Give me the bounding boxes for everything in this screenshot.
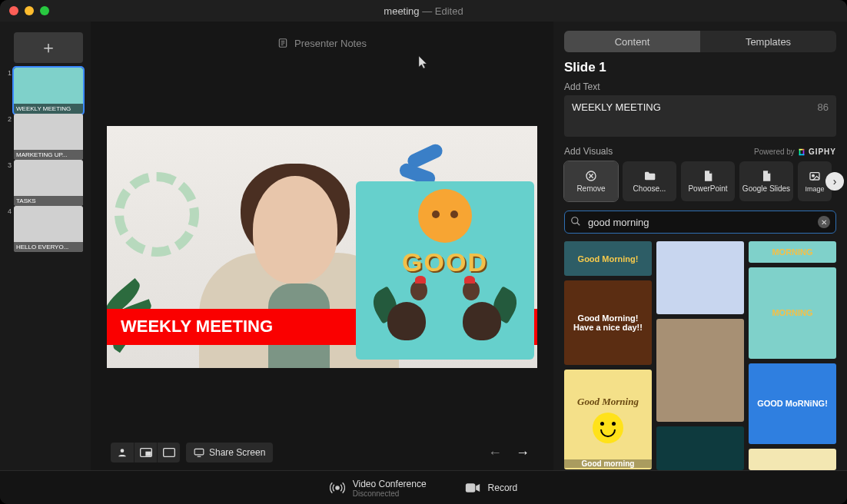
presenter-notes-label: Presenter Notes <box>294 38 367 49</box>
choose-file-button[interactable]: Choose... <box>623 161 676 201</box>
thumb-index: 4 <box>8 206 12 215</box>
slide-thumbnail-label: TASKS <box>14 196 83 206</box>
slide-thumbnail[interactable]: WEEKLY MEETING <box>14 68 83 114</box>
window-close-button[interactable] <box>9 6 18 15</box>
slide-thumbnails: ＋ 1WEEKLY MEETING2MARKETING UP...3TASKS4… <box>0 22 91 470</box>
giphy-icon <box>798 148 805 156</box>
file-icon <box>702 170 714 182</box>
svg-point-4 <box>121 449 125 453</box>
gif-result[interactable] <box>656 241 744 314</box>
rooster-icon <box>381 280 433 343</box>
clear-search-button[interactable]: ✕ <box>818 216 830 228</box>
rooster-icon <box>457 280 509 343</box>
remove-icon <box>585 170 597 182</box>
add-visuals-label: Add Visuals <box>564 146 613 157</box>
inspector-slide-title: Slide 1 <box>564 60 836 75</box>
layout-full-button[interactable] <box>157 443 180 463</box>
tab-content[interactable]: Content <box>564 31 700 52</box>
gif-result[interactable]: Good Morning! Have a nice day!! <box>564 280 652 365</box>
notes-icon <box>277 38 288 48</box>
remove-visual-button[interactable]: Remove <box>564 161 618 201</box>
broadcast-icon <box>330 480 345 496</box>
gif-result[interactable]: Good Morning! <box>564 241 652 276</box>
folder-icon <box>643 170 656 182</box>
video-conference-button[interactable]: Video Conference Disconnected <box>330 478 427 498</box>
powered-by-giphy: Powered by GIPHY <box>754 148 836 156</box>
window-minimize-button[interactable] <box>25 6 34 15</box>
search-icon <box>570 216 581 227</box>
slide-thumbnail[interactable]: HELLO EVERYO... <box>14 206 83 252</box>
slide-thumbnail[interactable]: TASKS <box>14 160 83 206</box>
video-conference-status: Disconnected <box>353 489 427 498</box>
gif-result[interactable] <box>656 426 744 470</box>
svg-point-20 <box>572 217 578 224</box>
record-button[interactable]: Record <box>465 482 518 493</box>
slide-gif-overlay[interactable]: GOOD <box>356 181 534 360</box>
gif-results-grid: Good Morning!Good Morning! Have a nice d… <box>564 241 836 470</box>
camera-icon <box>465 482 480 493</box>
titlebar: meeting — Edited <box>0 0 847 22</box>
svg-line-21 <box>577 223 580 226</box>
prev-slide-button[interactable]: ← <box>484 443 506 463</box>
slide-banner-text: WEEKLY MEETING <box>121 317 273 337</box>
svg-rect-6 <box>146 452 151 456</box>
image-icon <box>809 171 821 183</box>
google-slides-button[interactable]: Google Slides <box>739 161 793 201</box>
gif-search-input[interactable] <box>564 211 836 234</box>
layout-pip-button[interactable] <box>134 443 157 463</box>
window-zoom-button[interactable] <box>40 6 49 15</box>
add-slide-button[interactable]: ＋ <box>14 32 83 63</box>
svg-rect-14 <box>803 148 805 150</box>
share-screen-button[interactable]: Share Screen <box>186 443 273 463</box>
slide-canvas[interactable]: WEEKLY MEETING GOOD <box>107 126 537 368</box>
slide-thumbnail-label: HELLO EVERYO... <box>14 242 83 252</box>
slide-thumbnail[interactable]: MARKETING UP... <box>14 114 83 160</box>
document-edited-indicator: — Edited <box>420 5 463 17</box>
svg-rect-23 <box>465 483 475 492</box>
slide-thumbnail-label: MARKETING UP... <box>14 150 83 160</box>
gif-result[interactable] <box>749 449 836 470</box>
record-label: Record <box>488 482 518 493</box>
more-sources-button[interactable]: › <box>825 172 844 191</box>
svg-rect-7 <box>163 449 174 457</box>
svg-rect-13 <box>799 154 805 155</box>
next-slide-button[interactable]: → <box>512 443 533 463</box>
document-title: meeting <box>384 5 419 17</box>
svg-rect-12 <box>799 148 803 150</box>
slide-text-value: WEEKLY MEETING <box>572 101 661 113</box>
share-screen-icon <box>194 448 204 457</box>
slide-text-charcount: 86 <box>818 101 829 113</box>
thumb-index: 3 <box>8 160 12 169</box>
svg-point-19 <box>812 174 815 177</box>
gif-result[interactable] <box>656 319 744 421</box>
sun-icon <box>418 189 472 243</box>
slide-thumbnail-label: WEEKLY MEETING <box>14 104 83 114</box>
tab-templates[interactable]: Templates <box>700 31 836 52</box>
share-screen-label: Share Screen <box>209 447 265 458</box>
add-text-label: Add Text <box>564 81 836 92</box>
thumb-index: 1 <box>8 68 12 77</box>
camera-toggle-button[interactable] <box>111 443 134 463</box>
gif-result[interactable]: GOOD MoRNiNG! <box>749 363 836 444</box>
gif-result[interactable]: MORNING <box>749 241 836 263</box>
inspector-panel: Content Templates Slide 1 Add Text WEEKL… <box>553 22 847 470</box>
video-conference-label: Video Conference <box>353 479 427 489</box>
svg-point-22 <box>336 486 339 489</box>
gif-result[interactable]: Good MorningGood morning <box>564 370 652 469</box>
gif-result[interactable]: MORNING <box>749 267 836 359</box>
file-icon <box>760 170 772 182</box>
slide-text-input[interactable]: WEEKLY MEETING 86 <box>564 95 836 137</box>
stage-area: Presenter Notes WEEKLY MEETING <box>91 22 553 470</box>
powerpoint-button[interactable]: PowerPoint <box>681 161 735 201</box>
gif-overlay-text: GOOD <box>402 247 488 277</box>
svg-rect-8 <box>194 449 204 455</box>
thumb-index: 2 <box>8 114 12 123</box>
presenter-notes-button[interactable]: Presenter Notes <box>91 29 553 57</box>
